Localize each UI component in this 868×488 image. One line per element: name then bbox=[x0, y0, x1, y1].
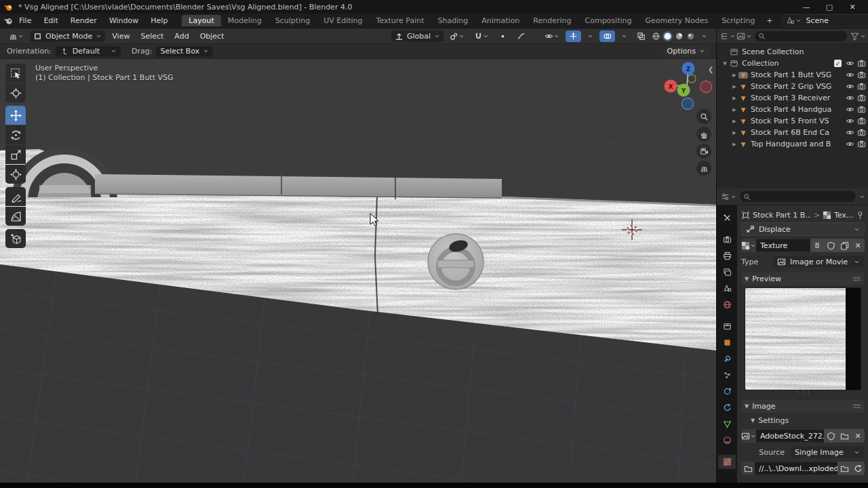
tool-select-box[interactable] bbox=[5, 64, 26, 83]
source-dropdown[interactable]: Single Image bbox=[790, 445, 865, 459]
editor-type-button[interactable] bbox=[5, 30, 27, 42]
proportional-editing-toggle[interactable] bbox=[495, 30, 511, 42]
transform-orientation-dropdown[interactable]: Global bbox=[391, 30, 443, 42]
outliner-display-mode-dropdown[interactable] bbox=[719, 31, 730, 41]
outliner-row-object[interactable]: ▶ ▼ Stock Part 1 Butt VSG bbox=[717, 69, 868, 81]
tab-object[interactable] bbox=[718, 336, 736, 350]
menu-edit[interactable]: Edit bbox=[37, 16, 64, 25]
disable-render-icon[interactable] bbox=[857, 105, 866, 114]
tab-sculpting[interactable]: Sculpting bbox=[269, 15, 317, 26]
unlink-image-icon[interactable]: ✕ bbox=[851, 429, 865, 443]
hide-eye-icon[interactable] bbox=[846, 128, 854, 137]
texture-preview-image[interactable] bbox=[745, 287, 861, 390]
menu-help[interactable]: Help bbox=[144, 16, 174, 25]
maximize-button[interactable]: ▢ bbox=[818, 3, 841, 12]
image-panel-header[interactable]: ▼ Image bbox=[741, 400, 865, 413]
close-button[interactable]: ✕ bbox=[841, 3, 864, 12]
expand-arrow-icon[interactable]: ▼ bbox=[721, 61, 729, 66]
preview-panel-header[interactable]: ▼ Preview bbox=[741, 272, 865, 285]
tab-texture[interactable] bbox=[718, 455, 736, 469]
shading-rendered-button[interactable] bbox=[686, 31, 696, 41]
menu-render[interactable]: Render bbox=[64, 16, 103, 25]
expand-arrow-icon[interactable]: ▶ bbox=[730, 142, 738, 147]
menu-object[interactable]: Object bbox=[195, 32, 230, 41]
tool-annotate[interactable] bbox=[5, 187, 26, 206]
hide-eye-icon[interactable] bbox=[846, 105, 854, 114]
expand-arrow-icon[interactable]: ▶ bbox=[730, 119, 738, 124]
outliner-search[interactable] bbox=[755, 31, 847, 41]
tool-move[interactable] bbox=[5, 106, 26, 125]
hide-eye-icon[interactable] bbox=[846, 94, 854, 102]
pivot-point-dropdown[interactable] bbox=[446, 30, 468, 42]
hide-eye-icon[interactable] bbox=[846, 59, 854, 68]
gizmo-dropdown[interactable] bbox=[584, 30, 597, 42]
shading-material-button[interactable] bbox=[674, 31, 684, 41]
hide-eye-icon[interactable] bbox=[846, 82, 854, 91]
image-name-field[interactable]: AdobeStock_272... bbox=[756, 430, 824, 442]
tool-scale[interactable] bbox=[5, 145, 26, 164]
properties-search[interactable] bbox=[740, 191, 856, 202]
disable-render-icon[interactable] bbox=[857, 94, 866, 102]
tab-animation[interactable]: Animation bbox=[475, 15, 526, 26]
scene-selector[interactable]: Scene ✕ bbox=[783, 14, 868, 27]
perspective-toggle-button[interactable] bbox=[696, 161, 711, 176]
menu-view[interactable]: View bbox=[106, 32, 135, 41]
disable-render-icon[interactable] bbox=[857, 59, 866, 68]
filepath-field[interactable]: //..\..\Downl...xploded.jpg bbox=[755, 462, 837, 474]
outliner-filter-id-dropdown[interactable] bbox=[736, 31, 746, 41]
axis-neg-x[interactable] bbox=[701, 81, 712, 93]
mode-selector[interactable]: Object Mode bbox=[30, 30, 105, 42]
outliner-row-collection[interactable]: ▼ Collection ✓ bbox=[717, 58, 868, 69]
expand-arrow-icon[interactable]: ▶ bbox=[730, 107, 738, 113]
breadcrumb-object[interactable]: Stock Part 1 B... bbox=[753, 211, 811, 220]
tab-texture-paint[interactable]: Texture Paint bbox=[370, 15, 431, 26]
menu-window[interactable]: Window bbox=[103, 16, 144, 25]
tool-rotate[interactable] bbox=[5, 125, 26, 144]
axis-neg-y[interactable] bbox=[688, 75, 696, 83]
scene-name[interactable]: Scene bbox=[802, 16, 868, 25]
fake-user-shield-icon[interactable] bbox=[824, 429, 837, 443]
tab-particles[interactable] bbox=[718, 368, 736, 382]
shading-dropdown[interactable] bbox=[698, 30, 711, 42]
show-overlays-toggle[interactable] bbox=[599, 30, 615, 42]
tab-material[interactable] bbox=[718, 433, 736, 447]
tool-cursor[interactable] bbox=[5, 83, 26, 102]
expand-arrow-icon[interactable]: ▶ bbox=[730, 96, 738, 101]
disable-render-icon[interactable] bbox=[857, 140, 866, 148]
tab-view-layer[interactable] bbox=[718, 265, 736, 279]
new-texture-icon[interactable] bbox=[837, 239, 851, 252]
reload-image-icon[interactable] bbox=[851, 462, 865, 475]
tab-render[interactable] bbox=[718, 232, 736, 247]
texture-type-dropdown[interactable] bbox=[741, 239, 756, 252]
outliner-row-object[interactable]: ▶ ▼ Top Handguard and B bbox=[717, 138, 868, 150]
blender-app-menu-icon[interactable] bbox=[4, 16, 13, 25]
shading-solid-button[interactable] bbox=[663, 31, 673, 41]
collection-checkbox[interactable]: ✓ bbox=[834, 60, 842, 67]
tab-modifiers[interactable] bbox=[718, 352, 736, 366]
outliner-row-scene-collection[interactable]: Scene Collection bbox=[717, 46, 868, 58]
menu-select[interactable]: Select bbox=[135, 32, 169, 41]
outliner-row-object[interactable]: ▶ ▼ Stock Part 6B End Ca bbox=[717, 127, 868, 138]
tab-tool[interactable] bbox=[718, 211, 736, 225]
panel-menu-dots-icon[interactable] bbox=[852, 274, 861, 283]
properties-filter-dropdown[interactable] bbox=[859, 194, 865, 200]
texture-name-field[interactable]: Texture bbox=[756, 239, 810, 251]
tab-output[interactable] bbox=[718, 249, 736, 263]
expand-arrow-icon[interactable]: ▶ bbox=[730, 73, 738, 78]
options-dropdown[interactable]: Options bbox=[663, 46, 709, 57]
unlink-texture-icon[interactable]: ✕ bbox=[851, 239, 865, 252]
tab-physics[interactable] bbox=[718, 384, 736, 399]
tab-shading[interactable]: Shading bbox=[431, 15, 475, 26]
disable-render-icon[interactable] bbox=[857, 117, 866, 125]
tool-add-cube[interactable] bbox=[5, 229, 26, 248]
tool-measure[interactable] bbox=[5, 207, 26, 226]
hide-eye-icon[interactable] bbox=[846, 140, 854, 148]
shading-wireframe-button[interactable] bbox=[651, 31, 661, 41]
breadcrumb-data[interactable]: Tex... bbox=[834, 211, 853, 220]
tab-object-data[interactable] bbox=[718, 417, 736, 431]
menu-file[interactable]: File bbox=[13, 16, 37, 25]
tab-modeling[interactable]: Modeling bbox=[221, 15, 269, 26]
tab-compositing[interactable]: Compositing bbox=[578, 15, 639, 26]
disable-render-icon[interactable] bbox=[857, 82, 866, 91]
preview-resize-grip[interactable]: ⋮⋮⋮ bbox=[741, 390, 865, 396]
